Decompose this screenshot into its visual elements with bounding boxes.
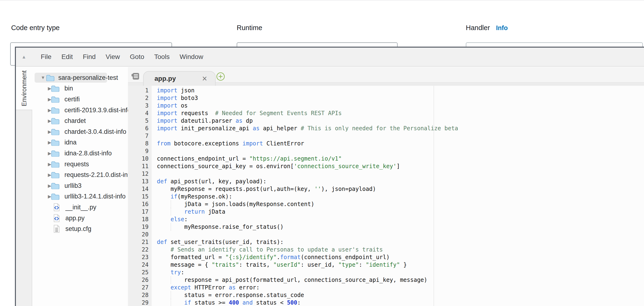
line-number: 5 [128,117,152,125]
code-line[interactable]: message = { "traits": traits, "userId": … [157,261,644,269]
code-line[interactable]: else: [157,216,644,223]
tree-item-label: requests-2.21.0.dist-info [64,171,133,179]
left-tab-strip: Environment [16,67,32,306]
menu-items: FileEditFindViewGotoToolsWindow [36,53,208,61]
line-number: 7 [128,132,152,140]
code-line[interactable]: if status >= 400 and status < 500: [157,299,644,306]
tab-app-py[interactable]: app.py × [143,71,216,86]
code-line[interactable] [157,132,644,140]
code-content: import jsonimport boto3import osimport r… [152,86,644,306]
code-line[interactable]: try: [157,269,644,276]
code-line[interactable]: myResponse = requests.post(url,auth=(key… [157,185,644,193]
tree-item-idna[interactable]: ▶idna [32,137,128,148]
line-number: 24 [128,261,152,269]
code-line[interactable]: jData = json.loads(myResponse.content) [157,200,644,208]
collapse-panel-icon[interactable]: ▲ [22,54,29,60]
tree-item-__init__.py[interactable]: __init__.py [32,202,128,213]
line-number: 16 [128,200,152,208]
tree-item-label: chardet-3.0.4.dist-info [64,128,126,135]
handler-info-link[interactable]: Info [496,24,508,31]
python-file-icon [53,214,60,222]
tree-item-setup.cfg[interactable]: setup.cfg [32,223,128,234]
menu-window[interactable]: Window [174,53,208,61]
tree-expanded-icon[interactable]: ▼ [41,75,45,80]
menu-edit[interactable]: Edit [56,53,78,61]
tree-item-certifi[interactable]: ▶certifi [32,94,128,105]
code-line[interactable] [157,170,644,178]
folder-icon [51,128,60,135]
line-number: 21 [128,238,152,246]
line-number: 28 [128,291,152,299]
folder-icon [51,193,60,200]
code-line[interactable]: import os [157,102,644,109]
tree-item-chardet-3.0.4.dist-info[interactable]: ▶chardet-3.0.4.dist-info [32,126,128,137]
code-line[interactable]: import requests # Needed for Segment Eve… [157,109,644,117]
code-line[interactable] [157,147,644,155]
code-line[interactable]: def set_user_traits(user_id, traits): [157,238,644,246]
tree-item-sara-personalize-test[interactable]: ▼sara-personalize-test [32,72,128,83]
folder-icon [51,161,60,167]
tree-item-requests-2.21.0.dist-info[interactable]: ▶requests-2.21.0.dist-info [32,169,128,180]
code-line[interactable]: import json [157,87,644,94]
tree-item-bin[interactable]: ▶bin [32,83,128,94]
top-divider [0,0,644,0]
code-line[interactable]: import boto3 [157,94,644,102]
line-number: 1 [128,87,152,94]
code-line[interactable]: formatted_url = "{:s}/identify".format(c… [157,254,644,261]
python-file-icon [53,203,60,212]
code-line[interactable]: if(myResponse.ok): [157,193,644,200]
tree-item-requests[interactable]: ▶requests [32,159,128,170]
code-line[interactable]: myResponse.raise_for_status() [157,223,644,231]
code-line[interactable]: import init_personalize_api as api_helpe… [157,125,644,132]
tree-item-label: bin [64,85,73,92]
tree-item-urllib3-1.24.1.dist-info[interactable]: ▶urllib3-1.24.1.dist-info [32,191,128,202]
code-line[interactable]: def api_post(url, key, payload): [157,178,644,185]
code-editor[interactable]: 1234567891011121314151617181920212223242… [128,86,644,306]
tab-list-icon[interactable] [131,73,139,80]
code-line[interactable]: connections_source_api_key = os.environ[… [157,162,644,170]
tree-item-label: __init__.py [66,203,96,211]
folder-icon [51,117,60,124]
line-number: 9 [128,147,152,155]
code-line[interactable]: from botocore.exceptions import ClientEr… [157,140,644,147]
line-number: 23 [128,254,152,261]
line-number: 3 [128,102,152,109]
lambda-function-code-page: Code entry type Edit code inline ▼ Runti… [0,0,644,306]
menu-file[interactable]: File [36,53,56,61]
menu-view[interactable]: View [101,53,125,61]
code-line[interactable]: except HTTPError as error: [157,284,644,291]
menu-tools[interactable]: Tools [149,53,174,61]
environment-tab[interactable]: Environment [16,67,32,110]
tree-item-label: certifi-2019.3.9.dist-info [64,106,131,114]
new-tab-icon[interactable] [216,72,225,81]
tree-item-urllib3[interactable]: ▶urllib3 [32,180,128,191]
tree-item-certifi-2019.3.9.dist-info[interactable]: ▶certifi-2019.3.9.dist-info [32,105,128,116]
tree-item-label: requests [64,160,89,168]
line-number: 26 [128,276,152,284]
line-number: 6 [128,125,152,132]
code-line[interactable]: connections_endpoint_url = "https://api.… [157,155,644,162]
menu-find[interactable]: Find [78,53,100,61]
tree-item-idna-2.8.dist-info[interactable]: ▶idna-2.8.dist-info [32,148,128,159]
menu-goto[interactable]: Goto [125,53,149,61]
tree-item-app.py[interactable]: app.py [32,213,128,224]
line-number: 22 [128,246,152,254]
code-line[interactable]: # Sends an identify call to Personas to … [157,246,644,254]
code-line[interactable] [157,231,644,238]
editor-column: app.py × 1234567891011121314151617181920… [128,67,644,306]
line-number: 12 [128,170,152,178]
line-number: 29 [128,299,152,306]
tree-item-label: sara-personalize-test [58,74,118,81]
code-line[interactable]: status = error.response.status_code [157,291,644,299]
tree-item-label: app.py [66,214,84,222]
code-line[interactable]: return jData [157,208,644,216]
code-line[interactable]: import dateutil.parser as dp [157,117,644,125]
line-number: 8 [128,140,152,147]
line-number: 11 [128,162,152,170]
code-line[interactable]: response = api_post(formatted_url, conne… [157,276,644,284]
left-strip-background [16,110,32,306]
line-number: 27 [128,284,152,291]
tree-item-chardet[interactable]: ▶chardet [32,115,128,126]
line-number: 19 [128,223,152,231]
close-icon[interactable]: × [202,74,207,83]
